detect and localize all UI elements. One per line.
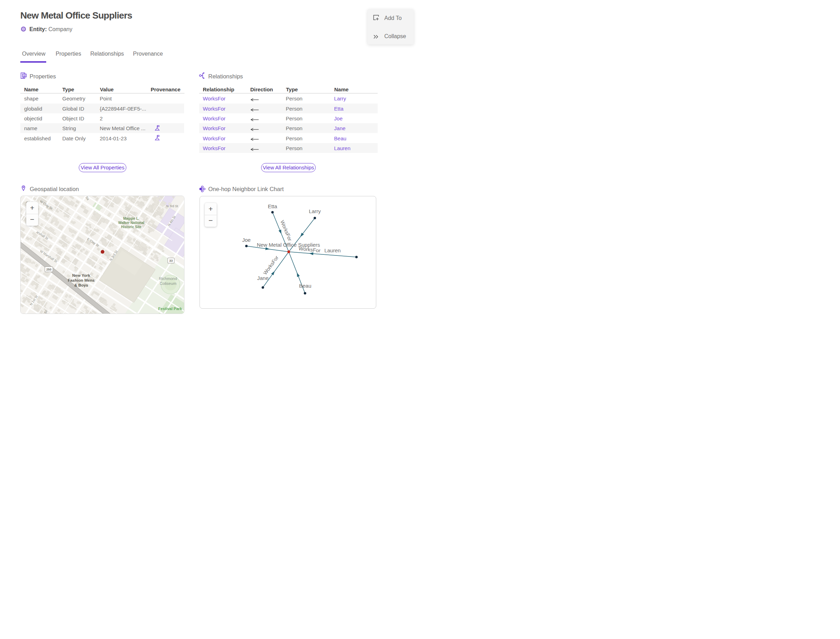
svg-text:& Boys: & Boys [74,283,88,287]
svg-text:N 3rd St: N 3rd St [166,204,178,208]
svg-text:Beau: Beau [299,283,311,289]
svg-text:250: 250 [46,268,51,271]
svg-text:WorksFor: WorksFor [262,255,280,276]
svg-text:WorksFor: WorksFor [279,219,293,242]
svg-text:Fashion Mens: Fashion Mens [68,278,95,282]
svg-text:Festival Park: Festival Park [158,307,182,311]
svg-text:Maggie L.: Maggie L. [123,217,139,221]
svg-text:Etta: Etta [268,203,277,209]
svg-text:Lauren: Lauren [325,247,341,253]
svg-text:Joe: Joe [242,237,251,243]
svg-text:Larry: Larry [309,208,321,214]
svg-text:Historic Site: Historic Site [121,225,142,229]
svg-text:New York: New York [72,273,90,278]
svg-text:33: 33 [169,259,173,262]
svg-text:Richmond: Richmond [159,277,177,281]
svg-text:Jane: Jane [257,275,269,281]
svg-text:Walker National: Walker National [118,221,145,225]
svg-text:Coliseum: Coliseum [160,281,177,286]
svg-text:New Metal Office Suppliers: New Metal Office Suppliers [257,242,320,248]
